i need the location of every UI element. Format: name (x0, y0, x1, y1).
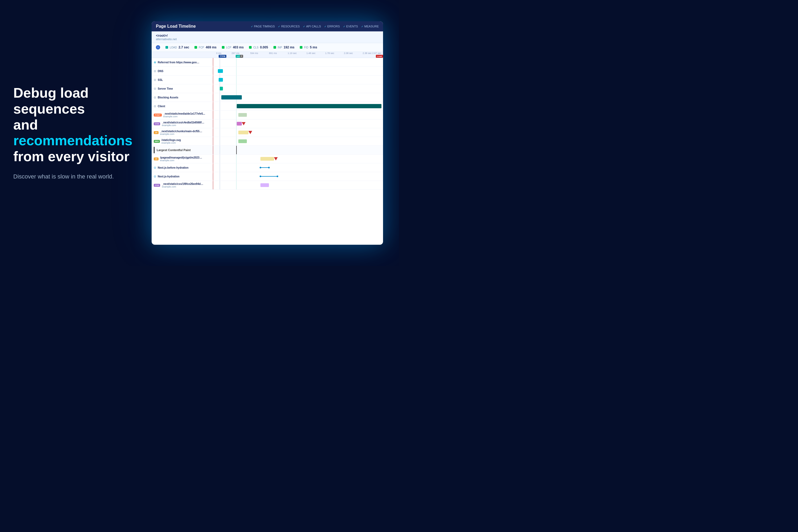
row-label-ssl: ⊙ SSL (152, 77, 213, 83)
row-bars (213, 119, 383, 128)
font-badge: FONT (154, 114, 162, 116)
clock-icon: ⊙ (154, 104, 156, 108)
row-label-lcp: Largest Contentful Paint (152, 146, 213, 154)
table-row[interactable]: CSS _next/static/css/1f8fce26ee94d0c... … (152, 181, 383, 190)
clock-icon: ⊙ (154, 96, 156, 99)
flag-marker (242, 122, 246, 125)
row-bars (213, 163, 383, 172)
row-bars (213, 93, 383, 101)
table-row[interactable]: ⊙ DNS (152, 67, 383, 76)
table-row[interactable]: ⊕ Referred from https://www.google.com/ (152, 58, 383, 67)
check-icon: ✓ (343, 25, 345, 28)
row-bars (213, 76, 383, 84)
header-filters: ✓ PAGE TIMINGS ✓ RESOURCES ✓ API CALLS ✓… (251, 25, 379, 28)
tick-297ms: 297 ms (231, 52, 240, 55)
js-badge: JS (154, 157, 158, 160)
fcp-label: FCP (199, 46, 204, 49)
filter-page-timings[interactable]: ✓ PAGE TIMINGS (251, 25, 275, 28)
tick-0ms: 0 ms (216, 52, 222, 55)
metric-fcp: FCP 469 ms (194, 45, 216, 49)
table-row[interactable]: ⊙ SSL (152, 76, 383, 84)
timeline-title: Page Load Timeline (156, 24, 196, 29)
load-value: 2.7 sec (178, 45, 189, 49)
table-row[interactable]: ⊙ Blocking Assets (152, 93, 383, 102)
table-row[interactable]: ⊙ Server Time (152, 84, 383, 93)
p-marker: P (240, 55, 243, 58)
page-info: <root>/ alternativeto.net (152, 32, 383, 43)
row-name: Next.js-before-hydration (158, 166, 189, 169)
filter-events[interactable]: ✓ EVENTS (343, 25, 358, 28)
tick-594ms: 594 ms (250, 52, 258, 55)
row-name: /pagead/managed/js/gpt/m202312... (160, 156, 203, 159)
css-badge: CSS (154, 122, 160, 125)
filter-resources[interactable]: ✓ RESOURCES (278, 25, 300, 28)
table-row[interactable]: ⊙ Client (152, 102, 383, 111)
check-icon: ✓ (361, 25, 363, 28)
inp-label: INP (278, 46, 282, 49)
inp-value: 192 ms (284, 45, 294, 49)
row-label-js1: JS _next/static/chunks/main-dcf55ea... e… (152, 129, 213, 136)
table-row[interactable]: JS _next/static/chunks/main-dcf55ea... e… (152, 128, 383, 137)
row-bars (213, 67, 383, 75)
row-bars (213, 84, 383, 93)
ttfb-marker: TTFB (218, 55, 226, 58)
row-name: _next/static/chunks/main-dcf55ea... (160, 130, 203, 133)
row-bars (213, 58, 383, 66)
hydration-dot-right (268, 167, 270, 168)
metric-lcp: LCP 403 ms (222, 45, 244, 49)
img-badge: IMG (154, 140, 160, 143)
row-sub: example.com (162, 185, 204, 188)
row-label-css1: CSS _next/static/css/c4edbd1b6568f06... … (152, 120, 213, 128)
metric-fid: FID 5 ms (300, 45, 317, 49)
check-icon: ✓ (324, 25, 326, 28)
row-sub: example.com (160, 133, 203, 135)
headline-and: and (13, 117, 38, 132)
row-bars (213, 137, 383, 146)
left-panel: Debug load sequences and recommendations… (0, 69, 144, 197)
lcp-text: Largest Contentful Paint (157, 148, 191, 152)
headline-line1: Debug load sequences (13, 85, 89, 116)
lcp-bar-left (154, 147, 155, 153)
clock-icon: ⊙ (154, 175, 156, 178)
link-icon: ⊕ (154, 61, 156, 64)
check-icon: ✓ (278, 25, 280, 28)
row-sub: example.com (163, 115, 205, 118)
row-label-nextjs-before-hydration: ⊙ Next.js-before-hydration (152, 165, 213, 171)
info-icon: i (156, 45, 160, 50)
filter-api-calls[interactable]: ✓ API CALLS (303, 25, 321, 28)
row-name: _next/static/css/c4edbd1b6568f06... (162, 121, 204, 124)
metric-inp: INP 192 ms (273, 45, 294, 49)
lcp-label: LCP (226, 46, 231, 49)
css-badge: CSS (154, 184, 160, 187)
lcp-label-row: Largest Contentful Paint (152, 146, 383, 155)
row-name: _next/static/css/1f8fce26ee94d0c... (162, 183, 204, 185)
lcp-dot (222, 46, 225, 49)
clock-icon: ⊙ (154, 70, 156, 73)
table-row[interactable]: IMG /static/logo.svg example.com (152, 137, 383, 146)
row-label-client: ⊙ Client (152, 103, 213, 109)
table-row[interactable]: ⊙ Next.js-hydration (152, 172, 383, 181)
browser-window: Page Load Timeline ✓ PAGE TIMINGS ✓ RESO… (152, 21, 383, 245)
row-bars (213, 172, 383, 180)
table-row[interactable]: JS /pagead/managed/js/gpt/m202312... exa… (152, 155, 383, 163)
row-label-css2: CSS _next/static/css/1f8fce26ee94d0c... … (152, 182, 213, 189)
tick-891ms: 891 ms (269, 52, 277, 55)
row-name: Client (158, 105, 165, 108)
filter-errors[interactable]: ✓ ERRORS (324, 25, 340, 28)
table-row[interactable]: FONT _next/static/media/de1e177efe5... e… (152, 111, 383, 119)
headline-highlight: recommendations (13, 133, 132, 148)
flag-marker (274, 157, 278, 160)
row-label-js2: JS /pagead/managed/js/gpt/m202312... exa… (152, 155, 213, 163)
check-icon: ✓ (303, 25, 305, 28)
timeline-body[interactable]: 0 ms 297 ms 594 ms 891 ms 1.19 sec 1.48 … (152, 52, 383, 241)
row-label-dns: ⊙ DNS (152, 68, 213, 74)
table-row[interactable]: ⊙ Next.js-before-hydration (152, 163, 383, 172)
timeline-ruler: 0 ms 297 ms 594 ms 891 ms 1.19 sec 1.48 … (152, 52, 383, 58)
filter-measure[interactable]: ✓ MEASURE (361, 25, 379, 28)
load-label: LOAD (170, 46, 177, 49)
metric-cls: CLS 0.005 (249, 45, 268, 49)
fid-label: FID (304, 46, 308, 49)
table-row[interactable]: CSS _next/static/css/c4edbd1b6568f06... … (152, 119, 383, 128)
row-name: Blocking Assets (158, 96, 178, 99)
fid-dot (300, 46, 302, 49)
